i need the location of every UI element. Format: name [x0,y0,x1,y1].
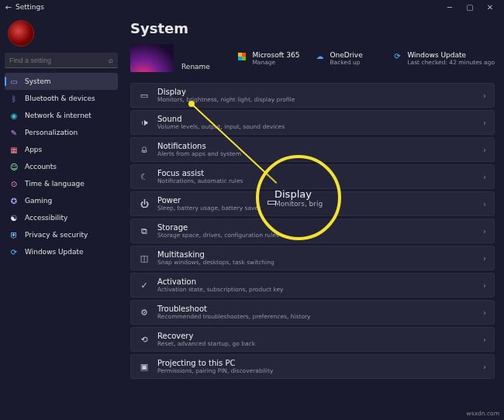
sidebar-item-apps[interactable]: ▦Apps [5,141,118,158]
status-sub: Last checked: 42 minutes ago [407,59,495,66]
sidebar-item-system[interactable]: ▭System [5,73,118,90]
window-title: Settings [16,3,44,11]
row-title: Power [157,196,261,205]
sidebar-item-label: Privacy & security [25,231,88,239]
avatar[interactable] [8,20,34,46]
chevron-right-icon: › [483,254,486,263]
page-title: System [130,20,495,36]
row-sound[interactable]: 🕩SoundVolume levels, output, input, soun… [130,110,495,135]
sidebar-item-accessibility[interactable]: ☯Accessibility [5,209,118,226]
status-sub: Manage [252,59,299,66]
nav-list: ▭System ᛒBluetooth & devices ◉Network & … [5,73,118,260]
row-display[interactable]: ▭DisplayMonitors, brightness, night ligh… [130,83,495,108]
system-icon: ▭ [9,77,19,86]
sidebar-item-label: Personalization [25,129,78,136]
row-focus-assist[interactable]: ☾Focus assistNotifications, automatic ru… [130,164,495,189]
status-title: OneDrive [330,51,362,59]
row-title: Projecting to this PC [157,359,273,367]
gamepad-icon: ✪ [9,197,19,205]
accessibility-icon: ☯ [9,214,19,222]
minimize-button[interactable]: ─ [445,3,454,12]
row-title: Sound [157,115,285,123]
row-recovery[interactable]: ⟲RecoveryReset, advanced startup, go bac… [130,327,495,352]
row-activation[interactable]: ✓ActivationActivation state, subscriptio… [130,273,495,298]
row-notifications[interactable]: 🕭NotificationsAlerts from apps and syste… [130,137,495,162]
recovery-icon: ⟲ [139,335,150,345]
wrench-icon: ⚙ [139,308,150,318]
status-sub: Backed up [330,59,362,66]
sidebar-item-label: Network & internet [25,112,91,119]
sidebar-item-personalization[interactable]: ✎Personalization [5,124,118,141]
power-icon: ⏻ [139,199,150,209]
row-storage[interactable]: ⧉StorageStorage space, drives, configura… [130,219,495,243]
row-title: Notifications [157,142,241,150]
main-panel: System Rename Microsoft 365Manage ☁ OneD… [123,14,504,420]
row-title: Recovery [157,332,255,340]
maximize-button[interactable]: ▢ [465,3,475,12]
windows-update-icon: ⟳ [392,51,402,62]
chevron-right-icon: › [483,91,486,100]
display-icon: ▭ [139,91,150,101]
sidebar-item-label: Windows Update [25,248,84,256]
row-troubleshoot[interactable]: ⚙TroubleshootRecommended troubleshooters… [130,300,495,325]
row-sub: Volume levels, output, input, sound devi… [157,123,285,130]
chevron-right-icon: › [483,227,486,236]
rename-link[interactable]: Rename [181,63,210,71]
sidebar-item-label: Gaming [25,197,52,205]
row-power[interactable]: ⏻PowerSleep, battery usage, battery save… [130,191,495,216]
row-title: Activation [157,277,283,286]
sidebar-item-label: Accessibility [25,214,67,222]
info-row: Rename Microsoft 365Manage ☁ OneDriveBac… [130,44,495,72]
status-microsoft365[interactable]: Microsoft 365Manage [236,51,306,66]
microsoft-icon [236,51,247,62]
sidebar-item-network[interactable]: ◉Network & internet [5,107,118,124]
row-title: Display [157,88,295,96]
person-icon: ☺ [9,163,19,171]
row-title: Troubleshoot [157,305,311,313]
watermark: wsxdn.com [467,410,499,417]
row-sub: Monitors, brightness, night light, displ… [157,96,295,103]
row-sub: Notifications, automatic rules [157,177,243,184]
wifi-icon: ◉ [9,112,19,120]
sound-icon: 🕩 [139,118,150,128]
row-sub: Recommended troubleshooters, preferences… [157,313,311,320]
row-sub: Sleep, battery usage, battery saver [157,205,261,212]
sidebar-item-label: Apps [25,146,42,153]
row-multitasking[interactable]: ◫MultitaskingSnap windows, desktops, tas… [130,246,495,270]
search-input[interactable] [9,57,109,64]
row-sub: Snap windows, desktops, task switching [157,259,274,266]
status-windowsupdate[interactable]: ⟳ Windows UpdateLast checked: 42 minutes… [392,51,495,66]
window-controls: ─ ▢ ✕ [445,3,501,12]
bell-icon: 🕭 [139,145,150,155]
sidebar-item-update[interactable]: ⟳Windows Update [5,243,118,260]
shield-icon: ⛨ [9,231,19,239]
sidebar-item-label: System [25,77,51,85]
status-title: Microsoft 365 [252,51,299,59]
sidebar-item-accounts[interactable]: ☺Accounts [5,158,118,175]
moon-icon: ☾ [139,172,150,182]
row-projecting[interactable]: ▣Projecting to this PCPermissions, pairi… [130,354,495,379]
back-button[interactable]: ← [3,3,14,12]
search-icon: ⌕ [109,56,113,64]
sidebar-item-gaming[interactable]: ✪Gaming [5,192,118,209]
row-sub: Alerts from apps and system [157,150,241,157]
sidebar-item-time[interactable]: ⊙Time & language [5,175,118,192]
row-title: Storage [157,223,279,232]
search-box[interactable]: ⌕ [5,53,118,68]
row-sub: Reset, advanced startup, go back [157,340,255,347]
sidebar-item-bluetooth[interactable]: ᛒBluetooth & devices [5,90,118,107]
update-icon: ⟳ [9,248,19,256]
close-button[interactable]: ✕ [485,3,495,12]
row-sub: Storage space, drives, configuration rul… [157,232,279,239]
onedrive-icon: ☁ [314,51,325,62]
projecting-icon: ▣ [139,362,150,372]
chevron-right-icon: › [483,308,486,317]
row-title: Multitasking [157,250,274,259]
status-onedrive[interactable]: ☁ OneDriveBacked up [314,51,384,66]
apps-icon: ▦ [9,146,19,154]
sidebar-item-label: Time & language [25,180,85,188]
sidebar-item-privacy[interactable]: ⛨Privacy & security [5,226,118,243]
sidebar: ⌕ ▭System ᛒBluetooth & devices ◉Network … [0,14,123,420]
brush-icon: ✎ [9,129,19,137]
wallpaper-thumbnail[interactable] [130,44,174,72]
